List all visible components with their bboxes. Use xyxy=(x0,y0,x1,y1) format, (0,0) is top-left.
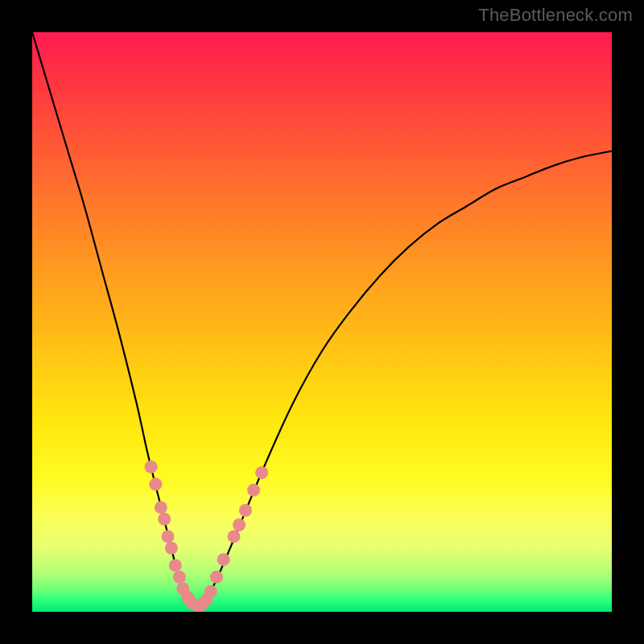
chart-dot xyxy=(228,530,241,543)
chart-dot xyxy=(217,553,230,566)
chart-dot xyxy=(210,571,223,584)
chart-dots-group xyxy=(145,460,269,612)
chart-dot xyxy=(204,585,217,598)
chart-dot xyxy=(158,513,171,526)
chart-dot xyxy=(239,504,252,517)
chart-dot xyxy=(149,478,162,491)
chart-dot xyxy=(169,559,182,572)
chart-plot-area xyxy=(32,32,612,612)
chart-dot xyxy=(247,484,260,497)
chart-dot xyxy=(173,571,186,584)
chart-dot xyxy=(233,518,246,531)
chart-stage: TheBottleneck.com xyxy=(0,0,644,644)
chart-dot xyxy=(155,501,167,514)
chart-overlay-svg xyxy=(32,32,612,612)
chart-curve xyxy=(32,32,612,607)
chart-dot xyxy=(145,460,158,473)
chart-dot xyxy=(255,466,268,479)
chart-dot xyxy=(165,542,178,555)
chart-dot xyxy=(161,530,174,543)
watermark-text: TheBottleneck.com xyxy=(478,5,633,26)
